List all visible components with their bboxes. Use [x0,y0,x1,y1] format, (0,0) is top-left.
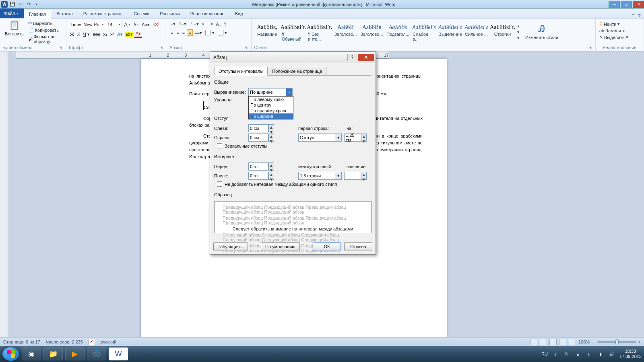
proofing-icon[interactable]: ✗ [89,339,95,345]
taskbar-media-icon[interactable]: ▶ [65,348,85,360]
tray-lang[interactable]: RU [541,352,548,356]
find-button[interactable]: ⚲Найти▾ [598,21,621,27]
font-launcher[interactable]: ⬊ [159,45,164,49]
by-input[interactable]: 1,25 см [344,134,361,142]
paragraph-launcher[interactable]: ⬊ [244,45,249,49]
line-spacing-combo[interactable]: 1,5 строки▼ [298,172,342,180]
styles-scroll-up-icon[interactable]: ▴ [517,23,520,29]
style-item[interactable]: АаБбВв,Название [254,23,280,42]
styles-more-icon[interactable]: ▾ [517,35,520,41]
dialog-titlebar[interactable]: Абзац ? ✕ [210,52,376,63]
bold-button[interactable]: Ж [69,31,75,37]
full-screen-view-icon[interactable] [540,339,547,345]
sort-icon[interactable]: A↕ [215,21,222,27]
redo-icon[interactable]: ↷ [25,1,32,8]
style-item[interactable]: АаБбВвГг,Строгий [489,23,516,42]
mirror-indents-checkbox[interactable]: Зеркальные отступы [217,143,372,148]
web-layout-view-icon[interactable] [549,339,557,345]
paste-button[interactable]: 📋 Вставить [2,19,26,37]
align-right-icon[interactable]: ≡ [181,30,186,35]
alignment-option[interactable]: По левому краю [249,97,293,102]
shading-icon[interactable]: ▾ [204,29,216,36]
dialog-help-button[interactable]: ? [347,54,357,61]
no-space-checkbox[interactable]: Не добавлять интервал между абзацами одн… [217,181,372,187]
taskbar-explorer-icon[interactable]: 📁 [43,348,63,360]
first-line-combo[interactable]: Отступ▼ [298,134,342,142]
ok-button[interactable]: ОК [313,242,341,251]
align-left-icon[interactable]: ≡ [169,30,174,35]
change-styles-button[interactable]: Ꭿ Изменить стили [523,23,561,41]
style-item[interactable]: АаБбВвПодзагол... [385,23,411,42]
styles-gallery[interactable]: АаБбВв,НазваниеАаБбВвГг,¶ ОбычныйАаБбВвГ… [254,23,516,42]
style-item[interactable]: АаБбВЗаголово... [332,23,359,42]
before-spinner[interactable]: ▲▼ [268,162,274,171]
undo-icon[interactable]: ↶ [17,1,24,8]
cancel-button[interactable]: Отмена [344,242,372,251]
line-spacing-icon[interactable]: ‡≡▾ [194,30,204,36]
decrease-indent-icon[interactable]: ⇤ [201,21,207,27]
increase-indent-icon[interactable]: ⇥ [208,21,214,27]
superscript-button[interactable]: x² [109,31,115,37]
tray-flag-icon[interactable]: ⚐ [563,350,570,358]
strike-button[interactable]: abc [92,31,101,37]
alignment-combo[interactable]: По ширине▼ [248,88,293,96]
help-icon[interactable]: ? [638,13,641,18]
font-color-icon[interactable]: A▾ [134,31,142,38]
minimize-button[interactable]: ─ [609,1,620,8]
alignment-option[interactable]: По правому краю [249,108,293,113]
grow-font-icon[interactable]: A▴ [123,21,132,28]
zoom-in-icon[interactable]: + [638,339,641,344]
tab-mailings[interactable]: Рассылки [155,9,185,18]
replace-button[interactable]: abЗаменить [598,28,627,33]
format-painter-button[interactable]: 🖌Формат по образцу [27,34,64,44]
tray-battery-icon[interactable]: ▯ [586,350,593,358]
start-button[interactable] [2,347,19,361]
clipboard-launcher[interactable]: ⬊ [59,45,64,49]
tab-references[interactable]: Ссылки [129,9,155,18]
italic-button[interactable]: К [76,31,81,37]
tray-volume-icon[interactable]: 🔊 [608,350,615,358]
language-status[interactable]: русский [101,339,116,344]
indent-left-input[interactable]: 0 см [248,124,268,132]
vertical-ruler[interactable] [0,51,8,352]
shrink-font-icon[interactable]: A▾ [132,22,140,27]
default-button[interactable]: По умолчанию [261,242,299,251]
numbering-icon[interactable]: 1≡▾ [178,21,188,27]
bullets-icon[interactable]: ≡▾ [169,21,177,27]
taskbar-chrome-icon[interactable]: ◉ [22,348,41,360]
underline-button[interactable]: Ч▾ [82,31,91,37]
dialog-close-button[interactable]: ✕ [358,54,374,61]
at-input[interactable] [344,172,361,180]
highlight-icon[interactable]: ab▾ [125,32,134,37]
after-spinner[interactable]: ▲▼ [268,172,274,180]
align-center-icon[interactable]: ≡ [175,30,180,35]
before-input[interactable]: 0 пт [248,162,268,171]
indent-left-spinner[interactable]: ▲▼ [268,124,274,132]
zoom-out-icon[interactable]: − [592,339,594,344]
tab-home[interactable]: Главная [24,10,51,19]
multilevel-icon[interactable]: ⋮≡▾ [188,21,200,27]
text-effects-icon[interactable]: A▾ [116,31,124,37]
clear-format-icon[interactable]: ⌫ [152,22,161,28]
zoom-slider[interactable] [597,341,636,343]
tab-view[interactable]: Вид [230,9,248,18]
qat-dropdown-icon[interactable]: ▾ [33,1,40,8]
select-button[interactable]: ↖Выделить▾ [598,34,630,40]
dialog-tab-position[interactable]: Положение на странице [268,67,326,76]
tab-review[interactable]: Рецензирование [185,9,230,18]
taskbar-word-icon[interactable]: W [109,348,128,360]
styles-launcher[interactable]: ⬊ [588,45,593,49]
word-count[interactable]: Число слов: 2 235 [46,339,83,344]
close-button[interactable]: ✕ [633,1,644,8]
tab-page-layout[interactable]: Разметка страницы [78,9,129,18]
alignment-option[interactable]: По центру [249,102,293,108]
print-layout-view-icon[interactable] [530,339,537,345]
at-spinner[interactable]: ▲▼ [361,172,367,180]
zoom-level[interactable]: 100% [578,339,590,344]
tray-network-icon[interactable]: ▮ [552,350,559,358]
styles-scroll-down-icon[interactable]: ▾ [517,29,520,35]
save-icon[interactable]: 💾 [9,1,16,8]
after-input[interactable]: 0 пт [248,172,268,180]
minimize-ribbon-icon[interactable]: ⌃ [631,13,635,18]
indent-right-input[interactable]: 0 см [248,134,268,142]
